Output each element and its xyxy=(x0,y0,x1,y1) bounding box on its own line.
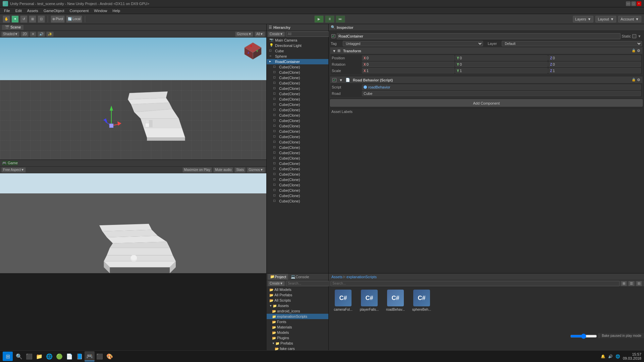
effects-icon-button[interactable]: ✨ xyxy=(46,32,54,37)
hier-item-cube-clone-4[interactable]: □ Cube(Clone) xyxy=(267,80,328,86)
hier-item-cube-clone-16[interactable]: □ Cube(Clone) xyxy=(267,145,328,150)
menu-window[interactable]: Window xyxy=(91,9,110,13)
hier-item-cube-clone-19[interactable]: □ Cube(Clone) xyxy=(267,161,328,166)
tree-android-icons[interactable]: 📂 android_icons xyxy=(267,308,328,314)
audio-icon-button[interactable]: 🔊 xyxy=(38,32,45,37)
scene-viewport[interactable]: X Y Z xyxy=(0,38,266,160)
menu-file[interactable]: File xyxy=(1,9,13,13)
menu-assets[interactable]: Assets xyxy=(24,9,41,13)
scale-z-input[interactable]: Z 1 xyxy=(548,68,641,73)
rot-x-input[interactable]: X 0 xyxy=(362,62,454,67)
step-button[interactable]: ⏭ xyxy=(336,15,345,23)
hier-item-road-container[interactable]: ▸ RoadContainer xyxy=(267,59,328,64)
hier-item-cube-clone-6[interactable]: □ Cube(Clone) xyxy=(267,91,328,97)
tree-all-prefabs[interactable]: 📂 All Prefabs xyxy=(267,292,328,298)
scale-x-input[interactable]: X 1 xyxy=(362,68,454,73)
hier-item-cube-clone-1[interactable]: □ Cube(Clone) xyxy=(267,64,328,70)
scene-orientation-gizmo[interactable]: X Y Z xyxy=(243,41,263,61)
pause-button[interactable]: ⏸ xyxy=(325,15,334,23)
hier-item-cube-clone-7[interactable]: □ Cube(Clone) xyxy=(267,97,328,102)
unity-taskbar-button[interactable]: 🎮 xyxy=(85,351,95,361)
hier-item-cube-clone-24[interactable]: □ Cube(Clone) xyxy=(267,188,328,193)
move-tool-button[interactable]: ✦ xyxy=(11,15,19,23)
photoshop-taskbar-button[interactable]: 🎨 xyxy=(105,351,115,361)
tree-prefabs[interactable]: ▼ 📁 Prefabs xyxy=(267,341,328,346)
tree-materials[interactable]: 📂 Materials xyxy=(267,324,328,330)
hier-item-cube[interactable]: □ Cube xyxy=(267,48,328,54)
hier-item-sphere[interactable]: ○ Sphere xyxy=(267,54,328,59)
rot-y-input[interactable]: Y 0 xyxy=(455,62,548,67)
tree-plugins[interactable]: 📂 Plugins xyxy=(267,335,328,341)
hier-item-cube-clone-23[interactable]: □ Cube(Clone) xyxy=(267,182,328,188)
asset-camera-follow[interactable]: C# cameraFol... xyxy=(331,290,355,311)
menu-gameobject[interactable]: GameObject xyxy=(41,9,67,13)
pivot-button[interactable]: ⊕ Pivot xyxy=(51,15,65,23)
tree-all-scripts[interactable]: 📂 All Scripts xyxy=(267,298,328,303)
tree-explanation-scripts[interactable]: 📁 explanationScripts xyxy=(267,314,328,319)
tag-select[interactable]: Untagged xyxy=(343,41,483,46)
2d-button[interactable]: 2D xyxy=(21,32,29,37)
hier-item-cube-clone-10[interactable]: □ Cube(Clone) xyxy=(267,113,328,118)
pos-x-input[interactable]: X 0 xyxy=(362,55,454,61)
assets-collapse-button[interactable]: ⊟ xyxy=(636,281,642,286)
rot-z-input[interactable]: Z 0 xyxy=(548,62,641,67)
close-button[interactable]: ✕ xyxy=(637,1,641,6)
object-enabled-checkbox[interactable] xyxy=(331,34,335,38)
asset-sphere-beh[interactable]: C# sphereBeh... xyxy=(410,290,433,311)
static-checkbox[interactable] xyxy=(632,34,636,38)
hier-item-cube-clone-11[interactable]: □ Cube(Clone) xyxy=(267,118,328,123)
transform-header[interactable]: ▼ ⊞ Transform 🔒 ⚙ xyxy=(330,48,642,54)
search-taskbar-button[interactable]: 🔍 xyxy=(14,351,24,361)
light-icon-button[interactable]: ☀ xyxy=(30,32,36,37)
hier-item-cube-clone-18[interactable]: □ Cube(Clone) xyxy=(267,156,328,161)
hier-item-cube-clone-12[interactable]: □ Cube(Clone) xyxy=(267,123,328,129)
hier-item-cube-clone-13[interactable]: □ Cube(Clone) xyxy=(267,129,328,134)
minimize-button[interactable]: — xyxy=(626,1,631,6)
hier-item-cube-clone-26[interactable]: □ Cube(Clone) xyxy=(267,198,328,204)
game-gizmos-dropdown[interactable]: Gizmos ▼ xyxy=(247,167,265,173)
hier-item-cube-clone-5[interactable]: □ Cube(Clone) xyxy=(267,86,328,91)
hand-tool-button[interactable]: ✋ xyxy=(3,15,10,23)
console-tab[interactable]: 💻 Console xyxy=(289,274,311,280)
assets-options-button[interactable]: ☰ xyxy=(628,281,635,286)
layout-dropdown[interactable]: Layout ▼ xyxy=(595,16,616,22)
hier-item-cube-clone-8[interactable]: □ Cube(Clone) xyxy=(267,102,328,107)
tree-fake-cars[interactable]: 📂 fake cars xyxy=(267,346,328,350)
hier-item-main-camera[interactable]: 📷 Main Camera xyxy=(267,38,328,43)
add-component-button[interactable]: Add Component xyxy=(330,99,643,107)
hier-item-cube-clone-15[interactable]: □ Cube(Clone) xyxy=(267,139,328,145)
hier-item-cube-clone-14[interactable]: □ Cube(Clone) xyxy=(267,134,328,139)
assets-view-button[interactable]: ⊞ xyxy=(621,281,627,286)
script-value[interactable]: roadBehavior xyxy=(362,84,641,90)
hier-item-directional-light[interactable]: 💡 Directional Light xyxy=(267,43,328,48)
play-button[interactable]: ▶ xyxy=(314,15,324,23)
explorer-taskbar-button[interactable]: 📁 xyxy=(34,351,44,361)
scene-tab[interactable]: 🎬 Scene xyxy=(2,25,23,30)
hier-item-cube-clone-25[interactable]: □ Cube(Clone) xyxy=(267,193,328,198)
all-layers-dropdown[interactable]: All ▼ xyxy=(255,32,265,37)
hier-item-cube-clone-2[interactable]: □ Cube(Clone) xyxy=(267,70,328,75)
hierarchy-create-button[interactable]: Create ▼ xyxy=(268,32,285,37)
task-view-button[interactable]: ⬛ xyxy=(24,351,34,361)
project-create-button[interactable]: Create ▼ xyxy=(268,281,285,286)
pos-z-input[interactable]: Z 0 xyxy=(548,55,641,61)
aspect-dropdown[interactable]: Free Aspect ▼ xyxy=(1,167,26,173)
tree-assets[interactable]: ▼ 📁 Assets xyxy=(267,303,328,308)
road-value[interactable]: Cube xyxy=(362,91,641,96)
road-behavior-header[interactable]: ▼ 📄 Road Behavior (Script) 🔒 ⚙ xyxy=(330,77,642,83)
gizmos-dropdown[interactable]: Gizmos ▼ xyxy=(235,32,253,37)
scale-y-input[interactable]: Y 1 xyxy=(455,68,548,73)
zoom-slider[interactable] xyxy=(570,334,597,338)
menu-component[interactable]: Component xyxy=(67,9,91,13)
account-dropdown[interactable]: Account ▼ xyxy=(618,16,641,22)
hier-item-cube-clone-20[interactable]: □ Cube(Clone) xyxy=(267,166,328,172)
mute-button[interactable]: Mute audio xyxy=(213,167,233,173)
scale-tool-button[interactable]: ⊞ xyxy=(29,15,36,23)
tree-fonts[interactable]: 📂 Fonts xyxy=(267,319,328,324)
start-button[interactable]: ⊞ xyxy=(3,352,13,361)
project-search[interactable] xyxy=(286,281,332,286)
store-taskbar-button[interactable]: 🟢 xyxy=(54,351,64,361)
hierarchy-search[interactable] xyxy=(286,32,332,37)
game-viewport[interactable] xyxy=(0,173,266,273)
vs-taskbar-button[interactable]: ⬛ xyxy=(95,351,105,361)
